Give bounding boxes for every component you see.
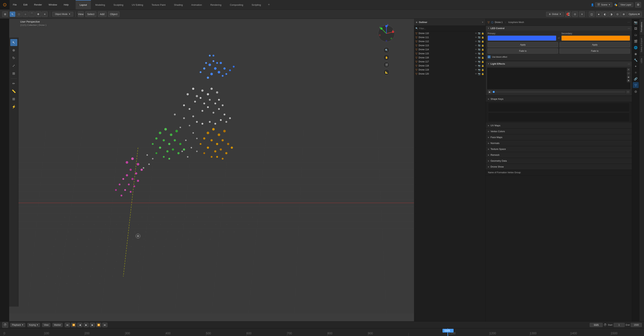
tool-annotate[interactable]: ✏: [10, 80, 17, 87]
lock-icon[interactable]: 🔒: [481, 32, 484, 35]
prop-physics-icon[interactable]: ⚛: [633, 70, 639, 76]
tab-scripting[interactable]: Scripting: [248, 0, 265, 10]
keying-selector[interactable]: Keying ▼: [28, 323, 40, 327]
render-icon[interactable]: 📷: [478, 48, 480, 51]
viewport-area[interactable]: +++ +++ +++ +++ +++ +++ +++ +++ +++ +++ …: [9, 19, 414, 321]
tool-scale[interactable]: ⤢: [10, 62, 17, 69]
viewport-shading-overlay[interactable]: ⊙: [614, 12, 620, 17]
add-workspace-button[interactable]: +: [265, 0, 272, 10]
mode-selector[interactable]: Object Mode ▼: [52, 12, 73, 17]
menu-file[interactable]: File: [10, 0, 20, 10]
settings-button[interactable]: ⚙: [635, 2, 641, 8]
jump-start-button[interactable]: ⏮: [65, 323, 70, 327]
list-remove-btn[interactable]: −: [627, 72, 630, 75]
outliner-item-drone114[interactable]: ▽ Drone 114 👁📷🔒: [414, 48, 486, 52]
face-maps-header[interactable]: ▶ Face Maps: [486, 134, 632, 140]
lock-icon[interactable]: 🔒: [481, 36, 484, 39]
object-menu[interactable]: Object: [108, 12, 120, 17]
visibility-icon[interactable]: 👁: [475, 40, 477, 43]
timeline-ruler[interactable]: 0 100 200 300 400 500 600 700 800 900 11…: [0, 328, 644, 336]
outliner-item-drone117[interactable]: ▽ Drone 117 👁📷🔒: [414, 60, 486, 64]
geometry-data-header[interactable]: ▶ Geometry Data: [486, 158, 632, 164]
vertex-colors-header[interactable]: ▶ Vertex Colors: [486, 129, 632, 134]
outliner-filter[interactable]: ▼: [482, 21, 484, 24]
tool-box[interactable]: □: [16, 12, 22, 17]
secondary-fade-button[interactable]: Fade to: [560, 49, 630, 54]
secondary-apply-button[interactable]: Apply: [560, 42, 630, 47]
add-menu[interactable]: Add: [98, 12, 106, 17]
visibility-icon[interactable]: 👁: [475, 73, 477, 75]
tool-extra2[interactable]: ⚡: [10, 103, 17, 110]
visibility-icon[interactable]: 👁: [475, 52, 477, 55]
jump-end-button[interactable]: ⏭: [102, 323, 108, 327]
prop-world-icon[interactable]: 🌐: [633, 45, 639, 51]
tab-uv-editing[interactable]: UV Editing: [128, 0, 147, 10]
marker-selector[interactable]: Marker: [52, 323, 62, 327]
tab-shading[interactable]: Shading: [170, 0, 187, 10]
tool-circle[interactable]: ○: [22, 12, 28, 17]
tool-transform[interactable]: ⊞: [10, 70, 17, 77]
view-menu[interactable]: View: [78, 12, 84, 17]
prop-constraints-icon[interactable]: 🔗: [633, 76, 639, 82]
tab-rendering[interactable]: Rendering: [206, 0, 226, 10]
menu-edit[interactable]: Edit: [20, 0, 31, 10]
list-move-up-btn[interactable]: ▲: [627, 75, 630, 79]
outliner-item-drone115[interactable]: ▽ Drone 115 👁📷🔒: [414, 52, 486, 56]
swap-icon[interactable]: ⇌: [558, 32, 560, 41]
tab-sculpting[interactable]: Sculpting: [110, 0, 127, 10]
tool-move[interactable]: ↖: [10, 39, 17, 46]
leds-options-btn[interactable]: ⋯: [626, 90, 630, 94]
texture-space-header[interactable]: ▶ Texture Space: [486, 146, 632, 152]
prop-modifiers-icon[interactable]: 🔧: [633, 57, 639, 63]
outliner-item-drone110[interactable]: ▽ Drone 110 👁 📷 🔒: [414, 31, 486, 35]
tool-lasso[interactable]: ⌒: [29, 12, 35, 17]
tab-animation[interactable]: Animation: [187, 0, 206, 10]
primary-swatch[interactable]: [488, 36, 556, 41]
prop-material-icon[interactable]: ◍: [633, 88, 639, 94]
led-header-close[interactable]: —: [628, 27, 630, 30]
render-icon[interactable]: 📷: [478, 60, 480, 63]
visibility-icon[interactable]: 👁: [475, 48, 477, 51]
outliner-item-drone120[interactable]: ▽ Drone 120 👁📷🔒: [414, 72, 486, 76]
outliner-item-drone112[interactable]: ▽ Drone 112 👁📷🔒: [414, 39, 486, 44]
prev-keyframe-button[interactable]: ⏪: [71, 323, 76, 327]
scene-selector[interactable]: 🎬 Scene ▼: [595, 3, 612, 7]
prop-data-icon[interactable]: ▽: [633, 82, 639, 88]
tool-cursor[interactable]: ✥: [35, 12, 41, 17]
current-frame-display[interactable]: 1121: [590, 323, 602, 327]
bloom-checkbox[interactable]: ✓: [488, 56, 490, 58]
vtab-formations[interactable]: Formations: [640, 19, 644, 35]
view-layer-display[interactable]: View Layer: [618, 3, 633, 7]
render-icon[interactable]: 📷: [478, 40, 480, 43]
tool-extra[interactable]: ≡: [42, 12, 48, 17]
lock-icon[interactable]: 🔒: [481, 48, 484, 51]
tab-compositing[interactable]: Compositing: [226, 0, 247, 10]
lock-icon[interactable]: 🔒: [481, 56, 484, 59]
step-forward-button[interactable]: ▶: [90, 323, 95, 327]
visibility-icon[interactable]: 👁: [475, 69, 477, 71]
viewport-shading-solid[interactable]: ●: [596, 12, 602, 17]
normals-header[interactable]: ▶ Normals: [486, 140, 632, 146]
options-menu[interactable]: Options▼: [627, 12, 642, 17]
vtab-safety[interactable]: Safety & Export: [640, 35, 644, 55]
outliner-item-drone111[interactable]: ▽ Drone 111 👁📷🔒: [414, 35, 486, 39]
visibility-icon[interactable]: 👁: [475, 56, 477, 59]
menu-window[interactable]: Window: [45, 0, 60, 10]
primary-apply-button[interactable]: Apply: [488, 42, 558, 47]
play-button[interactable]: ▶: [84, 323, 89, 327]
light-header-close[interactable]: —: [628, 63, 630, 65]
render-icon[interactable]: 📷: [478, 73, 480, 75]
tool-rotate[interactable]: ↻: [10, 55, 17, 62]
prop-object-icon[interactable]: ◉: [633, 51, 639, 57]
view-selector[interactable]: View: [42, 323, 50, 327]
remesh-header[interactable]: ▶ Remesh: [486, 152, 632, 158]
outliner-search-input[interactable]: [419, 27, 484, 30]
lock-icon[interactable]: 🔒: [481, 44, 484, 47]
menu-render[interactable]: Render: [31, 0, 45, 10]
list-move-down-btn[interactable]: ▼: [627, 79, 630, 82]
list-add-btn[interactable]: +: [627, 68, 630, 71]
editor-type-button[interactable]: ⊞: [2, 12, 8, 17]
render-icon[interactable]: 📷: [478, 32, 480, 35]
outliner-item-drone118[interactable]: ▽ Drone 118 👁📷🔒: [414, 64, 486, 68]
render-icon[interactable]: 📷: [478, 65, 480, 67]
